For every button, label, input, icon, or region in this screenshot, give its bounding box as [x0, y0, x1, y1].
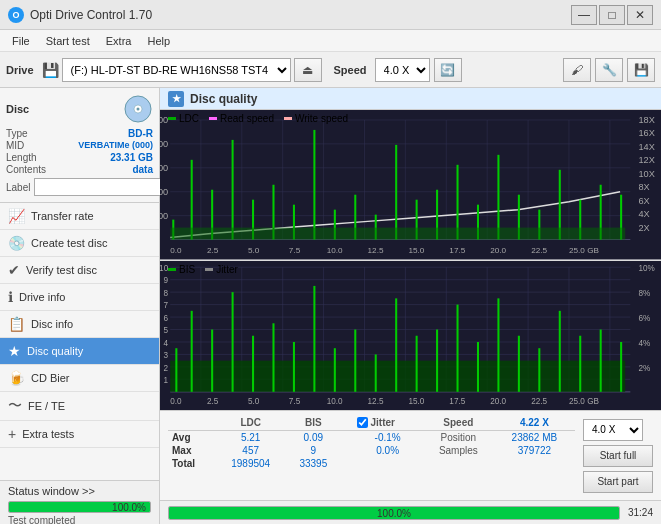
avg-jitter: -0.1% [353, 431, 423, 445]
title-bar: O Opti Drive Control 1.70 — □ ✕ [0, 0, 661, 30]
legend-read-speed: Read speed [209, 113, 274, 124]
save-button[interactable]: 💾 [627, 58, 655, 82]
disc-length-row: Length 23.31 GB [6, 152, 153, 163]
disc-label-row: Label ✎ [6, 178, 153, 196]
svg-rect-132 [416, 335, 418, 391]
quality-icon: ★ [168, 91, 184, 107]
sidebar-item-disc-quality[interactable]: ★ Disc quality [0, 338, 159, 365]
avg-speed-label: Position [423, 431, 494, 445]
svg-text:5.0: 5.0 [248, 246, 260, 255]
menu-file[interactable]: File [4, 33, 38, 49]
minimize-button[interactable]: — [571, 5, 597, 25]
disc-type-row: Type BD-R [6, 128, 153, 139]
drive-label: Drive [6, 64, 34, 76]
bis-legend-color [168, 268, 176, 271]
sidebar-item-extra-tests[interactable]: + Extra tests [0, 421, 159, 448]
ldc-chart-svg: 500 400 300 200 100 18X 16X 14X 12X 10X … [160, 110, 661, 260]
settings-button1[interactable]: 🖌 [563, 58, 591, 82]
svg-text:5: 5 [164, 324, 169, 335]
settings-button2[interactable]: 🔧 [595, 58, 623, 82]
col-header-ldc: LDC [215, 415, 286, 431]
avg-bis: 0.09 [286, 431, 340, 445]
maximize-button[interactable]: □ [599, 5, 625, 25]
avg-label: Avg [168, 431, 215, 445]
svg-text:2X: 2X [639, 223, 650, 233]
svg-text:9: 9 [164, 274, 169, 285]
status-window-button[interactable]: Status window >> [8, 485, 151, 497]
menu-help[interactable]: Help [139, 33, 178, 49]
sidebar-item-disc-info[interactable]: 📋 Disc info [0, 311, 159, 338]
bottom-progress-text: 100.0% [377, 507, 411, 520]
sidebar-item-create-test-disc[interactable]: 💿 Create test disc [0, 230, 159, 257]
svg-text:17.5: 17.5 [449, 246, 465, 255]
read-speed-legend-color [209, 117, 217, 120]
toolbar: Drive 💾 (F:) HL-DT-ST BD-RE WH16NS58 TST… [0, 52, 661, 88]
disc-label-input[interactable] [34, 178, 167, 196]
quality-title: Disc quality [190, 92, 257, 106]
svg-text:1: 1 [164, 374, 169, 385]
drive-info-icon: ℹ [8, 289, 13, 305]
sidebar-item-extra-tests-label: Extra tests [22, 428, 74, 440]
jitter-col-label: Jitter [371, 417, 395, 428]
sidebar-item-fe-te[interactable]: 〜 FE / TE [0, 392, 159, 421]
sidebar-item-transfer-rate[interactable]: 📈 Transfer rate [0, 203, 159, 230]
svg-rect-62 [497, 155, 499, 240]
max-jitter: 0.0% [353, 444, 423, 457]
svg-text:15.0: 15.0 [408, 395, 424, 406]
svg-text:12X: 12X [639, 155, 655, 165]
refresh-button[interactable]: 🔄 [434, 58, 462, 82]
svg-text:16X: 16X [639, 128, 655, 138]
svg-text:6: 6 [164, 312, 169, 323]
svg-rect-129 [354, 329, 356, 391]
svg-text:10X: 10X [639, 169, 655, 179]
disc-mid-value: VERBATIMe (000) [78, 140, 153, 151]
col-header-empty [168, 415, 215, 431]
ldc-chart-container: LDC Read speed Write speed [160, 110, 661, 261]
stats-max-row: Max 457 9 0.0% Samples 379722 [168, 444, 575, 457]
start-full-button[interactable]: Start full [583, 445, 653, 467]
sidebar-item-cd-bier[interactable]: 🍺 CD Bier [0, 365, 159, 392]
stats-speed-selector[interactable]: 4.0 X 2.0 X 6.0 X 8.0 X [583, 419, 643, 441]
svg-text:20.0: 20.0 [490, 395, 506, 406]
svg-rect-53 [313, 130, 315, 240]
max-speed-label: Samples [423, 444, 494, 457]
sidebar-item-disc-info-label: Disc info [31, 318, 73, 330]
sidebar-item-verify-test-disc[interactable]: ✔ Verify test disc [0, 257, 159, 284]
menu-extra[interactable]: Extra [98, 33, 140, 49]
ldc-chart-legend: LDC Read speed Write speed [168, 113, 348, 124]
content-area: ★ Disc quality LDC Read speed [160, 88, 661, 524]
legend-ldc: LDC [168, 113, 199, 124]
stats-table: LDC BIS Jitter Speed 4.22 X [168, 415, 575, 496]
status-text: Test completed [8, 515, 151, 524]
drive-selector[interactable]: (F:) HL-DT-ST BD-RE WH16NS58 TST4 [62, 58, 291, 82]
bis-chart-legend: BIS Jitter [168, 264, 238, 275]
start-part-button[interactable]: Start part [583, 471, 653, 493]
svg-text:15.0: 15.0 [408, 246, 424, 255]
quality-header: ★ Disc quality [160, 88, 661, 110]
stats-avg-row: Avg 5.21 0.09 -0.1% Position 23862 MB [168, 431, 575, 445]
svg-text:400: 400 [160, 139, 168, 149]
disc-type-label: Type [6, 128, 28, 139]
svg-rect-134 [457, 304, 459, 391]
close-button[interactable]: ✕ [627, 5, 653, 25]
drive-icon: 💾 [42, 62, 59, 78]
sidebar-item-drive-info[interactable]: ℹ Drive info [0, 284, 159, 311]
svg-rect-128 [334, 348, 336, 392]
sidebar-item-create-test-disc-label: Create test disc [31, 237, 107, 249]
svg-text:22.5: 22.5 [531, 246, 547, 255]
svg-text:8X: 8X [639, 182, 650, 192]
jitter-checkbox[interactable] [357, 417, 368, 428]
svg-text:200: 200 [160, 187, 168, 197]
menu-start-test[interactable]: Start test [38, 33, 98, 49]
charts-area: LDC Read speed Write speed [160, 110, 661, 410]
max-label: Max [168, 444, 215, 457]
total-jitter-spacer [353, 457, 423, 470]
speed-selector[interactable]: 1.0 X 2.0 X 4.0 X 6.0 X 8.0 X [375, 58, 430, 82]
legend-jitter: Jitter [205, 264, 238, 275]
svg-point-2 [137, 108, 140, 111]
eject-button[interactable]: ⏏ [294, 58, 322, 82]
sidebar-item-drive-info-label: Drive info [19, 291, 65, 303]
sidebar-item-verify-test-disc-label: Verify test disc [26, 264, 97, 276]
col-header-speed-val: 4.22 X [494, 415, 575, 431]
svg-text:10.0: 10.0 [327, 246, 343, 255]
